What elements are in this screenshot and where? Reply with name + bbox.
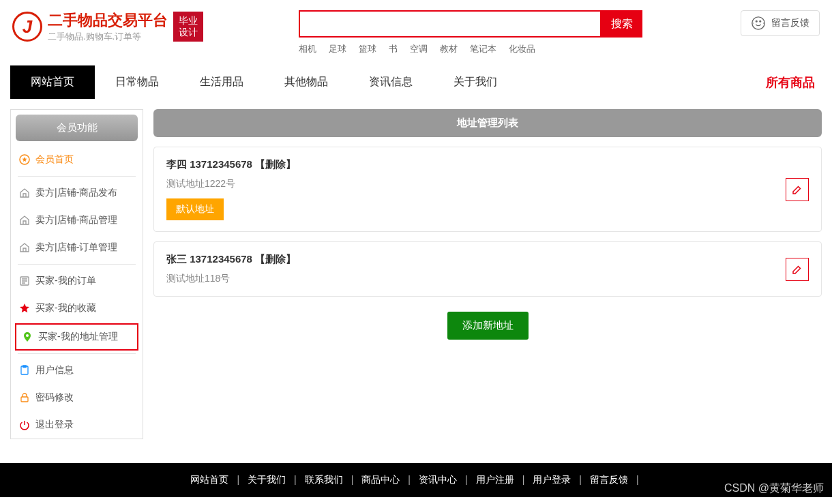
- footer-link[interactable]: 留言反馈: [590, 474, 628, 485]
- footer-link[interactable]: 用户注册: [476, 474, 514, 485]
- sidebar-item-label: 买家-我的订单: [35, 275, 96, 287]
- svg-rect-8: [21, 397, 28, 402]
- nav-item[interactable]: 关于我们: [433, 65, 518, 99]
- sidebar-separator: [18, 353, 136, 354]
- star-circle-icon: [19, 154, 30, 165]
- delete-link[interactable]: 【删除】: [255, 253, 296, 265]
- sidebar-item-label: 卖方|店铺-商品发布: [35, 187, 117, 199]
- hot-word[interactable]: 相机: [299, 44, 316, 54]
- nav-item[interactable]: 其他物品: [264, 65, 348, 99]
- lock-icon: [19, 392, 30, 403]
- sidebar-item[interactable]: 卖方|店铺-商品发布: [11, 179, 143, 207]
- default-badge: 默认地址: [166, 198, 224, 220]
- hot-word[interactable]: 空调: [410, 44, 428, 54]
- sidebar-item[interactable]: 退出登录: [11, 411, 143, 439]
- sidebar: 会员功能 会员首页卖方|店铺-商品发布卖方|店铺-商品管理卖方|店铺-订单管理买…: [10, 109, 143, 439]
- badge: 毕业 设计: [173, 12, 203, 42]
- svg-rect-7: [23, 366, 27, 368]
- address-card: 李四 13712345678 【删除】测试地址1222号默认地址: [153, 147, 822, 232]
- svg-point-1: [756, 20, 757, 22]
- search-button[interactable]: 搜索: [601, 10, 642, 38]
- sidebar-item[interactable]: 会员首页: [11, 146, 143, 173]
- sidebar-item[interactable]: 卖方|店铺-订单管理: [11, 234, 143, 261]
- address-detail: 测试地址118号: [166, 273, 296, 285]
- svg-point-5: [26, 334, 29, 337]
- hot-word[interactable]: 篮球: [359, 44, 376, 54]
- logo-icon: J: [12, 12, 42, 42]
- sidebar-separator: [18, 176, 136, 177]
- nav-all-products[interactable]: 所有商品: [766, 74, 822, 91]
- hot-word[interactable]: 书: [389, 44, 398, 54]
- footer-link[interactable]: 关于我们: [248, 474, 286, 485]
- panel-title: 地址管理列表: [153, 109, 822, 137]
- sidebar-item[interactable]: 买家-我的地址管理: [15, 323, 138, 351]
- nav-item[interactable]: 日常物品: [95, 65, 179, 99]
- feedback-label: 留言反馈: [771, 17, 809, 29]
- svg-point-2: [760, 20, 761, 22]
- site-subtitle: 二手物品.购物车.订单等: [48, 31, 168, 43]
- logo-area: J 二手物品交易平台 二手物品.购物车.订单等 毕业 设计: [12, 10, 203, 43]
- sidebar-item[interactable]: 密码修改: [11, 384, 143, 411]
- nav-item[interactable]: 资讯信息: [348, 65, 433, 99]
- main-nav: 网站首页日常物品生活用品其他物品资讯信息关于我们所有商品: [0, 65, 832, 99]
- sidebar-item[interactable]: 用户信息: [11, 357, 143, 384]
- delete-link[interactable]: 【删除】: [255, 158, 296, 170]
- hot-word[interactable]: 教材: [440, 44, 458, 54]
- hot-words: 相机足球篮球书空调教材笔记本化妆品: [299, 43, 642, 55]
- sidebar-item-label: 买家-我的地址管理: [38, 331, 118, 343]
- edit-button[interactable]: [786, 178, 809, 201]
- footer-link[interactable]: 资讯中心: [419, 474, 457, 485]
- address-name-phone: 李四 13712345678 【删除】: [166, 158, 296, 171]
- clip-icon: [19, 365, 30, 376]
- list-icon: [19, 276, 30, 286]
- watermark: CSDN @黄菊华老师: [724, 481, 824, 496]
- home-icon: [19, 188, 30, 198]
- address-card: 张三 13712345678 【删除】测试地址118号: [153, 241, 822, 297]
- nav-item[interactable]: 网站首页: [10, 65, 95, 99]
- nav-item[interactable]: 生活用品: [179, 65, 264, 99]
- sidebar-item[interactable]: 卖方|店铺-商品管理: [11, 207, 143, 234]
- sidebar-item[interactable]: 买家-我的订单: [11, 267, 143, 295]
- sidebar-item-label: 买家-我的收藏: [35, 302, 96, 314]
- main-content: 地址管理列表 李四 13712345678 【删除】测试地址1222号默认地址张…: [153, 109, 822, 439]
- footer-link[interactable]: 网站首页: [190, 474, 228, 485]
- svg-point-0: [752, 17, 764, 29]
- footer-link[interactable]: 用户登录: [533, 474, 571, 485]
- sidebar-item-label: 用户信息: [35, 364, 74, 376]
- sidebar-item-label: 密码修改: [35, 391, 74, 404]
- edit-icon: [791, 183, 803, 196]
- home-icon: [19, 242, 30, 253]
- add-address-button[interactable]: 添加新地址: [447, 312, 529, 340]
- hot-word[interactable]: 化妆品: [509, 44, 535, 54]
- sidebar-item-label: 退出登录: [35, 419, 74, 431]
- sidebar-item-label: 会员首页: [35, 153, 74, 166]
- edit-icon: [791, 263, 803, 276]
- sidebar-item-label: 卖方|店铺-订单管理: [35, 241, 117, 254]
- home-icon: [19, 215, 30, 226]
- edit-button[interactable]: [786, 258, 809, 281]
- sidebar-separator: [18, 264, 136, 265]
- power-icon: [19, 419, 30, 430]
- star-icon: [19, 303, 30, 314]
- hot-word[interactable]: 笔记本: [470, 44, 496, 54]
- footer-link[interactable]: 联系我们: [305, 474, 343, 485]
- address-name-phone: 张三 13712345678 【删除】: [166, 253, 296, 266]
- site-title: 二手物品交易平台: [48, 10, 168, 31]
- hot-word[interactable]: 足球: [329, 44, 346, 54]
- footer: 网站首页|关于我们|联系我们|商品中心|资讯中心|用户注册|用户登录|留言反馈|: [0, 463, 832, 497]
- sidebar-title: 会员功能: [16, 115, 138, 141]
- feedback-button[interactable]: 留言反馈: [741, 10, 820, 36]
- search-input[interactable]: [299, 10, 601, 38]
- sidebar-item-label: 卖方|店铺-商品管理: [35, 214, 117, 226]
- sidebar-item[interactable]: 买家-我的收藏: [11, 295, 143, 322]
- copyright: Copyright © 基于Python的Django框架二手物品交易系统 某省…: [0, 497, 832, 504]
- address-detail: 测试地址1222号: [166, 178, 296, 190]
- pin-icon: [22, 331, 33, 342]
- support-icon: [751, 16, 766, 31]
- footer-link[interactable]: 商品中心: [361, 474, 400, 485]
